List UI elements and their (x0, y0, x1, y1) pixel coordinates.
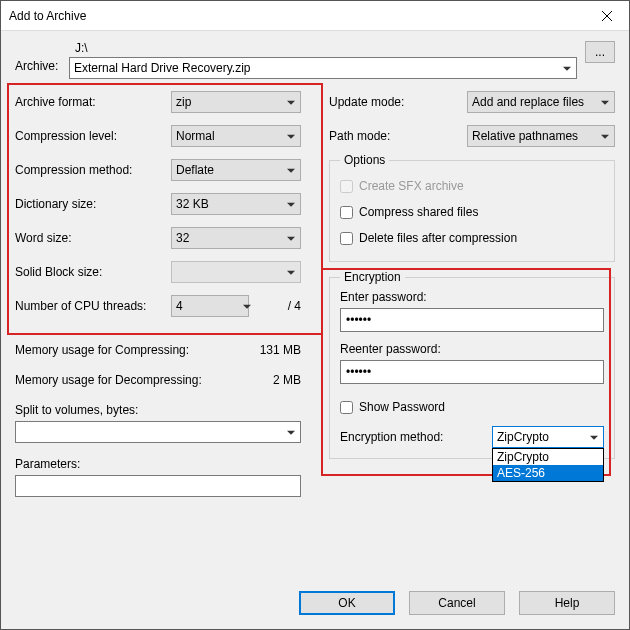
archive-format-select[interactable]: zip (171, 91, 301, 113)
update-mode-label: Update mode: (329, 95, 467, 109)
cancel-button[interactable]: Cancel (409, 591, 505, 615)
sfx-label: Create SFX archive (359, 179, 464, 193)
word-size-label: Word size: (15, 231, 171, 245)
reenter-password-label: Reenter password: (340, 342, 604, 356)
left-column: Archive format: zip Compression level: N… (15, 85, 315, 497)
archive-format-row: Archive format: zip (15, 85, 301, 119)
solid-block-label: Solid Block size: (15, 265, 171, 279)
dialog-content: Archive: J:\ External Hard Drive Recover… (1, 31, 629, 629)
cpu-threads-label: Number of CPU threads: (15, 299, 171, 313)
encryption-option-aes256[interactable]: AES-256 (493, 465, 603, 481)
mem-decompress-label: Memory usage for Decompressing: (15, 373, 241, 387)
archive-drive: J:\ (69, 41, 577, 55)
parameters-label: Parameters: (15, 457, 301, 471)
path-mode-select[interactable]: Relative pathnames (467, 125, 615, 147)
show-password-label: Show Password (359, 400, 445, 414)
enter-password-label: Enter password: (340, 290, 604, 304)
compression-method-label: Compression method: (15, 163, 171, 177)
ellipsis-icon: ... (595, 45, 605, 59)
add-to-archive-dialog: Add to Archive Archive: J:\ External Har… (0, 0, 630, 630)
sfx-checkbox (340, 180, 353, 193)
shared-checkbox[interactable] (340, 206, 353, 219)
reenter-password-input[interactable] (340, 360, 604, 384)
archive-format-label: Archive format: (15, 95, 171, 109)
shared-checkbox-row: Compress shared files (340, 199, 604, 225)
encryption-option-zipcrypto[interactable]: ZipCrypto (493, 449, 603, 465)
delete-checkbox[interactable] (340, 232, 353, 245)
compression-method-row: Compression method: Deflate (15, 153, 301, 187)
archive-filename-select[interactable]: External Hard Drive Recovery.zip (69, 57, 577, 79)
encryption-fieldset: Encryption Enter password: Reenter passw… (329, 270, 615, 459)
path-mode-row: Path mode: Relative pathnames (329, 119, 615, 153)
button-bar: OK Cancel Help (299, 591, 615, 615)
show-password-checkbox[interactable] (340, 401, 353, 414)
mem-decompress-row: Memory usage for Decompressing: 2 MB (15, 365, 301, 395)
delete-checkbox-row: Delete files after compression (340, 225, 604, 251)
update-mode-select[interactable]: Add and replace files (467, 91, 615, 113)
split-volumes-select[interactable] (15, 421, 301, 443)
compression-level-label: Compression level: (15, 129, 171, 143)
close-icon (602, 11, 612, 21)
parameters-input[interactable] (15, 475, 301, 497)
close-button[interactable] (585, 1, 629, 30)
cpu-threads-row: Number of CPU threads: 4 / 4 (15, 289, 301, 323)
update-mode-row: Update mode: Add and replace files (329, 85, 615, 119)
mem-decompress-value: 2 MB (241, 373, 301, 387)
dictionary-size-label: Dictionary size: (15, 197, 171, 211)
path-mode-label: Path mode: (329, 129, 467, 143)
encryption-legend: Encryption (340, 270, 405, 284)
sfx-checkbox-row: Create SFX archive (340, 173, 604, 199)
help-label: Help (555, 596, 580, 610)
cancel-label: Cancel (438, 596, 475, 610)
archive-label: Archive: (15, 41, 69, 73)
shared-label: Compress shared files (359, 205, 478, 219)
mem-compress-row: Memory usage for Compressing: 131 MB (15, 335, 301, 365)
compression-level-select[interactable]: Normal (171, 125, 301, 147)
titlebar: Add to Archive (1, 1, 629, 31)
encryption-method-row: Encryption method: ZipCrypto ZipCrypto A… (340, 426, 604, 448)
mem-compress-label: Memory usage for Compressing: (15, 343, 241, 357)
solid-block-row: Solid Block size: (15, 255, 301, 289)
compression-method-select[interactable]: Deflate (171, 159, 301, 181)
archive-row: Archive: J:\ External Hard Drive Recover… (15, 41, 615, 79)
mem-compress-value: 131 MB (241, 343, 301, 357)
delete-label: Delete files after compression (359, 231, 517, 245)
right-column: Update mode: Add and replace files Path … (315, 85, 615, 497)
split-volumes-label: Split to volumes, bytes: (15, 403, 301, 417)
compression-level-row: Compression level: Normal (15, 119, 301, 153)
browse-button[interactable]: ... (585, 41, 615, 63)
options-fieldset: Options Create SFX archive Compress shar… (329, 153, 615, 262)
solid-block-select (171, 261, 301, 283)
word-size-select[interactable]: 32 (171, 227, 301, 249)
ok-label: OK (338, 596, 355, 610)
encryption-method-label: Encryption method: (340, 430, 492, 444)
cpu-threads-select[interactable]: 4 (171, 295, 249, 317)
encryption-method-dropdown: ZipCrypto AES-256 (492, 448, 604, 482)
encryption-method-select[interactable]: ZipCrypto (492, 426, 604, 448)
help-button[interactable]: Help (519, 591, 615, 615)
window-title: Add to Archive (9, 9, 86, 23)
show-password-row: Show Password (340, 394, 604, 420)
dictionary-size-select[interactable]: 32 KB (171, 193, 301, 215)
ok-button[interactable]: OK (299, 591, 395, 615)
dictionary-size-row: Dictionary size: 32 KB (15, 187, 301, 221)
options-legend: Options (340, 153, 389, 167)
enter-password-input[interactable] (340, 308, 604, 332)
cpu-threads-total: / 4 (257, 299, 301, 313)
word-size-row: Word size: 32 (15, 221, 301, 255)
